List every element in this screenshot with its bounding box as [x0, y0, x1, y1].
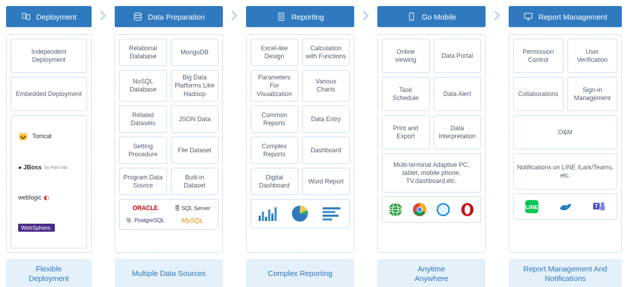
- notification-icons: LINE T: [513, 194, 617, 220]
- line-icon: LINE: [524, 199, 539, 214]
- mysql-logo-icon: MySQL: [171, 217, 214, 224]
- svg-point-28: [438, 205, 449, 215]
- card-permission: Permission Control: [513, 39, 564, 73]
- pie-chart-icon: [289, 205, 310, 223]
- svg-rect-17: [323, 218, 332, 220]
- header-report-management: Report Management: [509, 6, 622, 27]
- database-icon: [133, 12, 143, 22]
- arrow-2: [223, 6, 246, 21]
- sqlserver-logo-icon: 🗄 SQL Server: [171, 205, 214, 212]
- card-common-reports: Common Reports: [251, 106, 298, 133]
- card-calc-functions: Calculation with Functions: [302, 39, 350, 66]
- card-independent-deployment: Independent Deployment: [11, 39, 87, 73]
- card-relational-db: Relational Database: [119, 39, 167, 66]
- svg-rect-0: [22, 13, 26, 18]
- arrow-1: [92, 6, 115, 21]
- card-notifications: Notifications on LINE /Lark/Teams, etc.: [513, 153, 617, 189]
- card-setting-procedure: Setting Procedure: [119, 137, 167, 164]
- card-mongodb: MongoDB: [171, 39, 219, 66]
- footer-report-management: Report Management And Notifications: [509, 259, 622, 287]
- header-data-preparation: Data Preparation: [115, 6, 223, 27]
- db-logos: ORACLE 🗄 SQL Server 🐘 PostgreSQL MySQL: [119, 199, 218, 230]
- postgresql-logo-icon: 🐘 PostgreSQL: [124, 217, 167, 224]
- card-multi-terminal: Multi-terminal Adaptive PC, tablet, mobi…: [382, 153, 481, 193]
- card-builtin-dataset: Built-in Dataset: [171, 168, 219, 195]
- panel-deployment: Independent Deployment Embedded Deployme…: [6, 34, 92, 253]
- svg-rect-9: [265, 217, 267, 221]
- header-label: Report Management: [538, 13, 607, 21]
- column-report-management: Report Management Permission Control Use…: [509, 6, 622, 287]
- svg-point-2: [134, 13, 141, 16]
- svg-rect-31: [525, 13, 532, 18]
- card-embedded-deployment: Embedded Deployment: [11, 77, 87, 111]
- svg-rect-16: [323, 215, 339, 217]
- card-online-viewing: Online viewing: [382, 39, 430, 73]
- card-collaborations: Collaborations: [513, 77, 564, 111]
- panel-reporting: Excel-like Design Calculation with Funct…: [246, 34, 354, 253]
- svg-rect-10: [268, 209, 270, 221]
- header-go-mobile: Go Mobile: [377, 6, 486, 27]
- monitor-icon: [523, 12, 533, 22]
- svg-text:T: T: [595, 204, 598, 209]
- svg-rect-12: [274, 207, 276, 221]
- mobile-icon: [407, 12, 417, 22]
- card-digital-dashboard: Digital Dashboard: [251, 168, 298, 195]
- chart-icons: [251, 199, 350, 228]
- header-deployment: Deployment: [6, 6, 92, 27]
- document-icon: [276, 12, 286, 22]
- globe-icon: [388, 202, 403, 217]
- websphere-logo-icon: WebSphere.: [18, 224, 55, 232]
- opera-icon: [460, 202, 475, 217]
- column-data-preparation: Data Preparation Relational Database Mon…: [115, 6, 223, 287]
- svg-rect-15: [323, 211, 335, 213]
- svg-point-38: [600, 203, 604, 207]
- svg-rect-14: [323, 207, 341, 209]
- column-reporting: Reporting Excel-like Design Calculation …: [246, 6, 354, 287]
- card-file-dataset: File Dataset: [171, 137, 219, 164]
- workflow-diagram: Deployment Independent Deployment Embedd…: [6, 6, 638, 287]
- teams-icon: T: [592, 199, 607, 214]
- column-go-mobile: Go Mobile Online viewing Data Portal Tas…: [377, 6, 486, 287]
- card-data-entry: Data Entry: [302, 106, 350, 133]
- footer-data-preparation: Multiple Data Sources: [115, 259, 223, 287]
- arrow-4: [486, 6, 509, 21]
- header-reporting: Reporting: [246, 6, 354, 27]
- card-data-portal: Data Portal: [434, 39, 481, 73]
- card-dashboard: Dashboard: [302, 137, 350, 164]
- browser-icons: [382, 197, 481, 223]
- card-print-export: Print and Export: [382, 115, 430, 149]
- card-user-verification: User Verification: [568, 39, 618, 73]
- svg-point-26: [417, 208, 421, 212]
- card-signin-mgmt: Sign-in Management: [568, 77, 618, 111]
- card-json: JSON Data: [171, 106, 219, 133]
- card-complex-reports: Complex Reports: [251, 137, 298, 164]
- card-related-datasets: Related Datasets: [119, 106, 167, 133]
- card-program-data: Program Data Source: [119, 168, 167, 195]
- header-label: Reporting: [291, 13, 324, 21]
- card-hadoop: Big Data Platforms Like Hadoop: [171, 70, 219, 102]
- column-deployment: Deployment Independent Deployment Embedd…: [6, 6, 92, 287]
- svg-rect-1: [27, 15, 30, 20]
- lark-icon: [558, 199, 573, 214]
- panel-report-management: Permission Control User Verification Col…: [509, 34, 622, 253]
- header-label: Go Mobile: [422, 13, 456, 21]
- svg-rect-7: [259, 216, 261, 221]
- panel-go-mobile: Online viewing Data Portal Task Schedule…: [377, 34, 486, 253]
- header-label: Data Preparation: [148, 13, 205, 21]
- tomcat-logo-icon: Tomcat: [18, 132, 52, 141]
- panel-data-preparation: Relational Database MongoDB NoSQL Databa…: [115, 34, 223, 253]
- card-excel-design: Excel-like Design: [251, 39, 298, 66]
- bar-chart-icon: [258, 205, 279, 223]
- svg-rect-11: [271, 214, 273, 221]
- server-logos: Tomcat ● JBossby Red Hat weblogic ◐ WebS…: [11, 115, 87, 248]
- svg-rect-8: [262, 212, 264, 221]
- deployment-icon: [21, 12, 31, 22]
- card-parameters: Parameters For Visualization: [251, 70, 298, 102]
- weblogic-logo-icon: weblogic ◐: [18, 194, 49, 201]
- arrow-3: [354, 6, 377, 21]
- jboss-logo-icon: ● JBossby Red Hat: [18, 164, 67, 171]
- svg-text:LINE: LINE: [525, 204, 538, 210]
- footer-deployment: Flexible Deployment: [6, 259, 92, 287]
- svg-point-30: [465, 205, 470, 215]
- hbar-chart-icon: [321, 205, 343, 223]
